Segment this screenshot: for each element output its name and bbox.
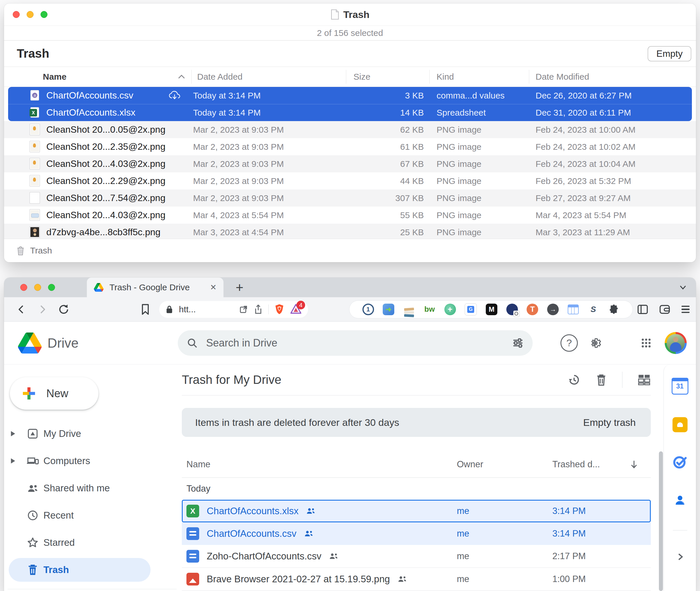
search-icon[interactable] xyxy=(186,337,198,349)
column-date-added[interactable]: Date Added xyxy=(197,72,243,82)
table-row[interactable]: CleanShot 20...4.03@2x.png Mar 4, 2023 a… xyxy=(4,207,696,224)
column-kind[interactable]: Kind xyxy=(437,72,454,82)
list-item[interactable]: X ChartOfAccounts.xlsx me 3:14 PM xyxy=(182,500,651,522)
page-title[interactable]: Trash for My Drive xyxy=(182,373,282,387)
sidebar-item-starred[interactable]: Starred xyxy=(4,529,177,556)
table-row[interactable]: CleanShot 20...0.05@2x.png Mar 2, 2023 a… xyxy=(4,121,696,138)
scrollbar-thumb[interactable] xyxy=(659,451,663,591)
delete-forever-icon[interactable] xyxy=(596,374,607,386)
library-books-extension-icon[interactable] xyxy=(403,304,415,315)
table-row[interactable]: d7zbvg-a4be...8cb3ff5c.png Mar 3, 2023 a… xyxy=(4,224,696,239)
sidebar-item-shared-with-me[interactable]: Shared with me xyxy=(4,474,177,502)
help-icon[interactable]: ? xyxy=(560,334,578,352)
url-text[interactable]: htt... xyxy=(179,305,233,314)
bookmark-icon[interactable] xyxy=(140,304,151,315)
column-divider[interactable] xyxy=(346,70,346,84)
close-window-button[interactable] xyxy=(13,11,20,18)
file-name[interactable]: ChartOfAccounts.csv xyxy=(207,528,297,539)
column-name[interactable]: Name xyxy=(182,459,457,470)
icloud-download-icon[interactable] xyxy=(168,90,181,100)
finder-trash-window: Trash 2 of 156 selected Trash Empty Name… xyxy=(4,3,696,262)
table-extension-icon[interactable] xyxy=(568,305,579,314)
close-window-button[interactable] xyxy=(20,284,27,291)
gear-icon[interactable] xyxy=(590,337,601,349)
drive-search-bar[interactable] xyxy=(178,330,533,356)
reload-button[interactable] xyxy=(58,304,70,315)
arrow-circle-extension-icon[interactable]: → xyxy=(547,304,559,315)
t-orange-extension-icon[interactable]: T xyxy=(527,304,538,315)
open-in-new-icon[interactable] xyxy=(239,305,248,314)
column-date-modified[interactable]: Date Modified xyxy=(536,72,589,82)
column-divider[interactable] xyxy=(529,70,529,84)
s-lightning-extension-icon[interactable]: S xyxy=(588,304,599,315)
list-item[interactable]: ChartOfAccounts.csv me 3:14 PM xyxy=(182,522,651,545)
tab-trash-google-drive[interactable]: Trash - Google Drive ✕ xyxy=(87,277,224,297)
file-date-added: Mar 2, 2023 at 9:03 PM xyxy=(193,172,284,190)
table-row[interactable]: B ChartOfAccounts.csv Today at 3:14 PM 3… xyxy=(4,87,696,104)
new-tab-button[interactable]: + xyxy=(236,281,243,294)
file-name[interactable]: ChartOfAccounts.xlsx xyxy=(207,506,299,517)
m-extension-icon[interactable]: M xyxy=(486,304,497,315)
sidebar-item-my-drive[interactable]: My Drive xyxy=(4,420,177,447)
search-input[interactable] xyxy=(206,337,504,349)
google-contacts-icon[interactable] xyxy=(673,492,688,508)
grid-view-icon[interactable] xyxy=(637,374,651,386)
back-button[interactable] xyxy=(16,304,27,315)
table-row[interactable]: CleanShot 20...2.29@2x.png Mar 2, 2023 a… xyxy=(4,172,696,190)
sidebar-item-trash[interactable]: Trash xyxy=(4,556,177,584)
hide-side-panel-chevron-icon[interactable] xyxy=(675,552,685,562)
bitwarden-icon[interactable]: bw xyxy=(424,304,436,315)
address-bar[interactable]: htt... 4 xyxy=(159,301,308,318)
search-magnifier-extension-icon[interactable] xyxy=(506,304,518,315)
column-divider[interactable] xyxy=(429,70,430,84)
share-icon[interactable] xyxy=(254,304,262,315)
sort-descending-icon[interactable] xyxy=(629,459,651,470)
account-avatar[interactable] xyxy=(665,332,687,354)
restore-from-trash-icon[interactable] xyxy=(568,374,580,386)
zoom-window-button[interactable] xyxy=(41,11,48,18)
google-calendar-icon[interactable]: 31 xyxy=(672,378,688,395)
expand-arrow-icon[interactable] xyxy=(4,458,22,464)
forward-button[interactable] xyxy=(36,304,48,315)
brave-shields-icon[interactable] xyxy=(275,304,284,315)
google-apps-grid-icon[interactable] xyxy=(640,337,652,349)
tab-close-icon[interactable]: ✕ xyxy=(210,284,217,291)
google-drive-logo[interactable] xyxy=(18,332,42,353)
file-name[interactable]: Brave Browser 2021-02-27 at 15.19.59.png xyxy=(207,574,390,585)
sidebar-item-computers[interactable]: Computers xyxy=(4,447,177,474)
new-button[interactable]: New xyxy=(10,377,98,410)
browser-menu-icon[interactable] xyxy=(682,304,690,315)
minimize-window-button[interactable] xyxy=(34,284,41,291)
tab-search-chevron-icon[interactable] xyxy=(678,284,688,290)
sidebar-toggle-icon[interactable] xyxy=(637,304,648,315)
column-size[interactable]: Size xyxy=(354,72,370,82)
empty-trash-button[interactable]: Empty xyxy=(647,46,691,61)
column-name[interactable]: Name xyxy=(43,72,67,82)
table-row[interactable]: CleanShot 20...4.03@2x.png Mar 2, 2023 a… xyxy=(4,155,696,172)
minimize-window-button[interactable] xyxy=(27,11,33,18)
table-row[interactable]: CleanShot 20...7.54@2x.png Mar 2, 2023 a… xyxy=(4,190,696,207)
google-keep-icon[interactable] xyxy=(673,417,688,432)
brave-wallet-icon[interactable] xyxy=(659,304,671,315)
list-item[interactable]: Brave Browser 2021-02-27 at 15.19.59.png… xyxy=(182,568,651,591)
brave-rewards-icon[interactable]: 4 xyxy=(290,304,302,315)
blue-arrow-extension-icon[interactable]: ➜ xyxy=(383,304,394,315)
column-owner[interactable]: Owner xyxy=(457,459,552,470)
sidebar-item-recent[interactable]: Recent xyxy=(4,502,177,529)
statusbar-location-label[interactable]: Trash xyxy=(30,246,52,256)
1password-icon[interactable]: 1 xyxy=(363,304,374,315)
search-options-tune-icon[interactable] xyxy=(512,337,524,349)
table-row[interactable]: X ChartOfAccounts.xlsx Today at 3:14 PM … xyxy=(4,104,696,121)
list-item[interactable]: Zoho-ChartOfAccounts.csv me 2:17 PM xyxy=(182,545,651,568)
file-name[interactable]: Zoho-ChartOfAccounts.csv xyxy=(207,551,321,562)
zoom-window-button[interactable] xyxy=(48,284,55,291)
column-trashed-date[interactable]: Trashed d... xyxy=(552,459,629,470)
expand-arrow-icon[interactable] xyxy=(4,431,22,437)
puzzle-extensions-icon[interactable] xyxy=(608,304,620,315)
google-translate-icon[interactable]: G xyxy=(465,303,477,316)
green-swirl-extension-icon[interactable]: + xyxy=(444,304,456,315)
file-date-added: Mar 2, 2023 at 9:03 PM xyxy=(193,155,284,172)
table-row[interactable]: CleanShot 20...2.35@2x.png Mar 2, 2023 a… xyxy=(4,138,696,155)
google-tasks-icon[interactable] xyxy=(673,455,688,470)
empty-trash-button[interactable]: Empty trash xyxy=(581,416,637,429)
